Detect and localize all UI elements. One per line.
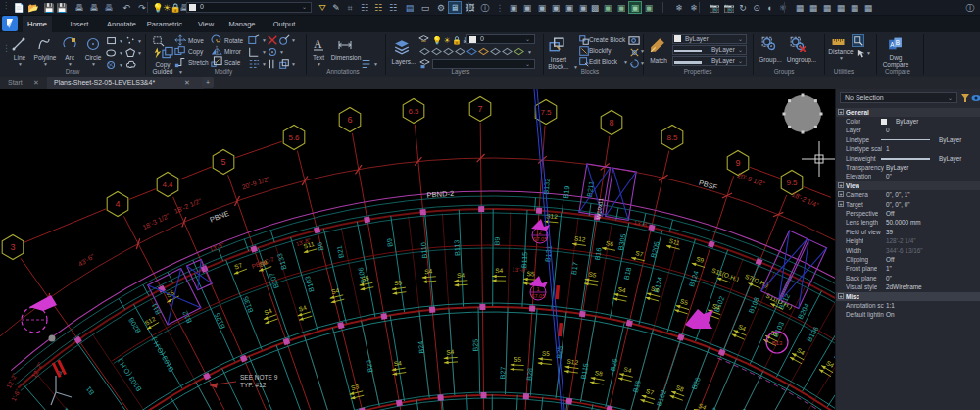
svg-text:B115: B115 <box>519 252 529 269</box>
svg-text:B17: B17 <box>569 262 580 276</box>
svg-text:S4: S4 <box>796 346 807 356</box>
svg-text:A: A <box>314 37 322 51</box>
svg-text:S4: S4 <box>825 359 835 369</box>
svg-text:S12: S12 <box>574 234 587 243</box>
svg-text:PBND-2: PBND-2 <box>426 189 454 200</box>
svg-text:B110: B110 <box>419 242 429 259</box>
svg-text:S7.05: S7.05 <box>533 236 547 242</box>
svg-text:43'-6": 43'-6" <box>77 252 96 267</box>
svg-text:B115: B115 <box>579 362 591 380</box>
svg-text:3: 3 <box>10 242 15 252</box>
svg-text:B107: B107 <box>268 272 281 290</box>
svg-text:B103: B103 <box>303 275 316 293</box>
svg-text:B27: B27 <box>707 406 719 410</box>
svg-text:S4: S4 <box>617 285 627 294</box>
svg-text:B21: B21 <box>335 245 346 259</box>
svg-text:S5: S5 <box>394 279 403 286</box>
svg-text:S8: S8 <box>675 384 685 392</box>
svg-text:18'-3 1/2": 18'-3 1/2" <box>141 212 171 231</box>
svg-text:S4: S4 <box>698 402 708 410</box>
svg-text:6: 6 <box>347 115 352 125</box>
svg-text:13'-8": 13'-8" <box>512 266 527 273</box>
svg-text:S4: S4 <box>737 323 747 333</box>
svg-text:4: 4 <box>115 199 120 209</box>
svg-text:Y: Y <box>59 370 63 376</box>
svg-text:13'-8": 13'-8" <box>209 242 224 253</box>
svg-text:B: B <box>896 39 900 46</box>
svg-text:S9: S9 <box>695 255 705 264</box>
svg-text:B9: B9 <box>493 237 502 246</box>
svg-text:W10x11: W10x11 <box>595 197 604 220</box>
svg-text:S7: S7 <box>645 387 655 396</box>
svg-text:8: 8 <box>609 118 613 128</box>
svg-text:S5: S5 <box>588 271 597 279</box>
svg-text:PBNE: PBNE <box>209 209 230 225</box>
svg-text:B16: B16 <box>593 247 604 261</box>
svg-text:B204: B204 <box>796 302 811 321</box>
svg-text:5: 5 <box>220 157 225 167</box>
svg-text:9: 9 <box>735 158 740 168</box>
svg-text:B101: B101 <box>61 406 78 410</box>
svg-text:B6: B6 <box>316 241 326 252</box>
svg-text:S5: S5 <box>514 356 522 363</box>
svg-text:S4: S4 <box>393 359 402 367</box>
svg-text:PBNC-7: PBNC-7 <box>251 255 275 270</box>
svg-text:5.6: 5.6 <box>288 133 300 142</box>
svg-text:B9: B9 <box>385 238 395 248</box>
svg-text:B11: B11 <box>149 301 163 316</box>
svg-text:S4: S4 <box>446 348 455 356</box>
svg-text:S8: S8 <box>594 369 604 377</box>
svg-text:B135: B135 <box>241 295 255 314</box>
svg-text:B13: B13 <box>772 340 783 346</box>
svg-text:TYP. #12: TYP. #12 <box>240 382 267 388</box>
svg-text:S4: S4 <box>457 271 466 278</box>
svg-text:S4: S4 <box>264 307 273 316</box>
svg-text:S5: S5 <box>526 270 535 278</box>
svg-text:S5: S5 <box>542 349 551 357</box>
svg-text:7: 7 <box>477 104 482 114</box>
svg-text:B27: B27 <box>498 367 507 380</box>
svg-text:S4: S4 <box>424 268 433 276</box>
svg-text:2: 2 <box>538 230 541 235</box>
svg-text:18'-2 1/4": 18'-2 1/4" <box>791 191 820 210</box>
svg-text:S7.05: S7.05 <box>531 293 545 299</box>
svg-text:13'-8": 13'-8" <box>633 220 649 228</box>
svg-text:20'-9 1/2": 20'-9 1/2" <box>736 172 766 187</box>
svg-text:4.4: 4.4 <box>162 180 173 189</box>
svg-text:1: 1 <box>536 286 539 292</box>
svg-text:9.5: 9.5 <box>786 179 798 187</box>
svg-text:B125: B125 <box>213 312 227 331</box>
svg-text:B16: B16 <box>631 380 643 394</box>
svg-text:S4: S4 <box>623 365 633 374</box>
svg-text:B133: B133 <box>275 252 289 271</box>
svg-text:B24: B24 <box>416 340 425 354</box>
svg-text:18'-2 1/2": 18'-2 1/2" <box>173 197 203 215</box>
svg-text:1'-6": 1'-6" <box>10 387 22 402</box>
svg-text:B25: B25 <box>471 339 480 352</box>
svg-text:S7: S7 <box>233 261 243 271</box>
svg-text:B19: B19 <box>562 185 571 199</box>
svg-text:20'-9 1/2": 20'-9 1/2" <box>241 175 271 190</box>
svg-text:B103 (O.H.): B103 (O.H.) <box>149 336 175 374</box>
svg-text:B205: B205 <box>649 240 662 258</box>
svg-text:S5: S5 <box>679 297 689 306</box>
svg-text:B1: B1 <box>84 384 96 396</box>
svg-text:B113: B113 <box>452 239 462 256</box>
svg-text:S3: S3 <box>350 383 360 391</box>
svg-text:B18: B18 <box>622 267 633 281</box>
svg-text:SEE NOTE 9: SEE NOTE 9 <box>240 374 278 381</box>
svg-text:S4: S4 <box>330 286 340 295</box>
svg-text:S4: S4 <box>298 303 308 312</box>
svg-text:6.5: 6.5 <box>408 107 419 116</box>
svg-text:B28: B28 <box>525 368 535 381</box>
svg-text:B108: B108 <box>747 296 761 315</box>
svg-text:7.5: 7.5 <box>540 108 552 117</box>
svg-text:B102: B102 <box>655 389 668 408</box>
svg-text:B26: B26 <box>690 376 703 390</box>
svg-text:B208: B208 <box>126 316 142 334</box>
svg-text:B305: B305 <box>616 233 628 251</box>
svg-text:B23: B23 <box>364 359 374 373</box>
svg-text:S12: S12 <box>566 357 579 366</box>
svg-text:S4: S4 <box>495 267 503 274</box>
svg-text:S6: S6 <box>606 239 614 247</box>
